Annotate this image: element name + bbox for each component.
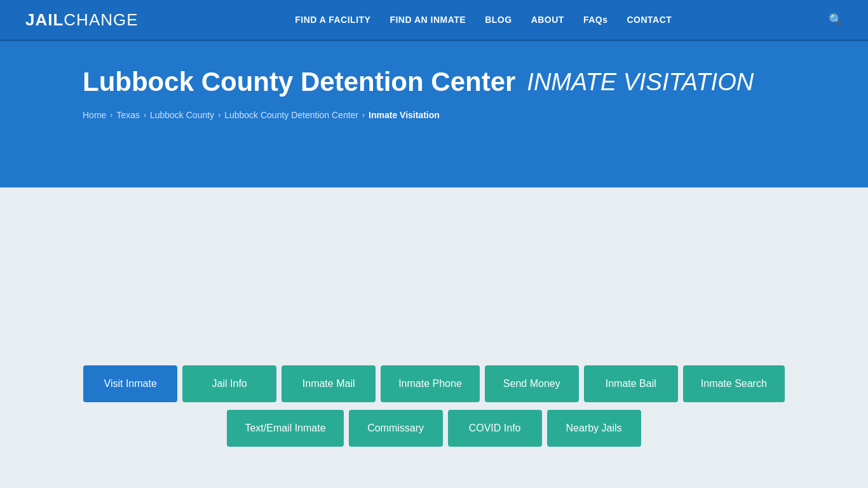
nav-menu: FIND A FACILITYFIND AN INMATEBLOGABOUTFA… xyxy=(295,14,672,25)
breadcrumb-separator: › xyxy=(110,111,112,119)
page-subtitle: INMATE VISITATION xyxy=(527,69,754,96)
tab-button-visit-inmate[interactable]: Visit Inmate xyxy=(83,365,177,402)
tab-button-nearby-jails[interactable]: Nearby Jails xyxy=(547,410,641,447)
breadcrumb-separator: › xyxy=(218,111,220,119)
tab-button-inmate-search[interactable]: Inmate Search xyxy=(683,365,785,402)
nav-link[interactable]: FAQs xyxy=(583,15,608,25)
tab-button-inmate-phone[interactable]: Inmate Phone xyxy=(381,365,480,402)
tab-button-commissary[interactable]: Commissary xyxy=(349,410,443,447)
nav-link[interactable]: ABOUT xyxy=(531,15,564,25)
nav-link[interactable]: FIND AN INMATE xyxy=(390,15,466,25)
breadcrumb-separator: › xyxy=(362,111,365,119)
logo-exchange-text: CHANGE xyxy=(64,10,138,30)
hero-section: Lubbock County Detention Center INMATE V… xyxy=(0,41,868,187)
breadcrumb-link[interactable]: Lubbock County Detention Center xyxy=(224,110,358,120)
navbar: JAILCHANGE FIND A FACILITYFIND AN INMATE… xyxy=(0,0,868,41)
page-title: Lubbock County Detention Center INMATE V… xyxy=(83,67,843,97)
button-row-1: Visit InmateJail InfoInmate MailInmate P… xyxy=(83,365,785,402)
tab-button-inmate-bail[interactable]: Inmate Bail xyxy=(584,365,678,402)
main-content: Visit InmateJail InfoInmate MailInmate P… xyxy=(0,187,868,488)
breadcrumb: Home›Texas›Lubbock County›Lubbock County… xyxy=(83,110,843,120)
breadcrumb-separator: › xyxy=(144,111,146,119)
facility-name: Lubbock County Detention Center xyxy=(83,67,515,97)
buttons-container: Visit InmateJail InfoInmate MailInmate P… xyxy=(83,365,785,447)
search-icon-button[interactable]: 🔍 xyxy=(829,13,843,27)
tab-button-jail-info[interactable]: Jail Info xyxy=(182,365,276,402)
tab-button-send-money[interactable]: Send Money xyxy=(485,365,579,402)
nav-link[interactable]: FIND A FACILITY xyxy=(295,15,370,25)
breadcrumb-link[interactable]: Texas xyxy=(116,110,140,120)
breadcrumb-link[interactable]: Home xyxy=(83,110,106,120)
tab-button-text-email-inmate[interactable]: Text/Email Inmate xyxy=(227,410,343,447)
nav-link[interactable]: BLOG xyxy=(485,15,512,25)
nav-link[interactable]: CONTACT xyxy=(627,15,672,25)
breadcrumb-current: Inmate Visitation xyxy=(369,110,440,120)
breadcrumb-link[interactable]: Lubbock County xyxy=(150,110,214,120)
logo-jail-text: JAIL xyxy=(25,10,64,30)
tab-button-covid-info[interactable]: COVID Info xyxy=(448,410,542,447)
logo[interactable]: JAILCHANGE xyxy=(25,10,139,30)
button-row-2: Text/Email InmateCommissaryCOVID InfoNea… xyxy=(227,410,641,447)
tab-button-inmate-mail[interactable]: Inmate Mail xyxy=(281,365,376,402)
